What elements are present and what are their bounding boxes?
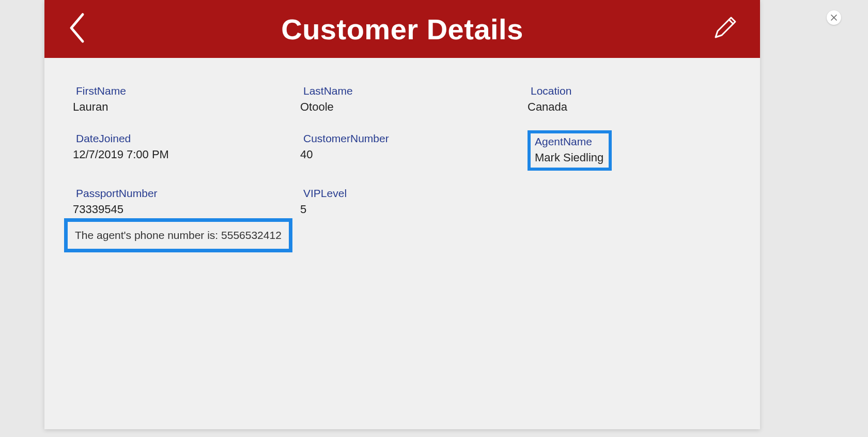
chevron-left-icon	[66, 11, 87, 44]
agent-phone-note: The agent's phone number is: 5556532412	[75, 229, 282, 242]
empty-cell	[528, 185, 755, 218]
agent-phone-note-highlight: The agent's phone number is: 5556532412	[64, 218, 292, 252]
last-name-field: LastName Otoole	[300, 83, 528, 116]
vip-level-field: VIPLevel 5	[300, 185, 528, 218]
first-name-field: FirstName Lauran	[73, 83, 300, 116]
customer-number-label: CustomerNumber	[300, 132, 528, 145]
edit-button[interactable]	[711, 14, 738, 43]
back-button[interactable]	[66, 11, 87, 47]
header: Customer Details	[44, 0, 760, 58]
svg-line-0	[729, 20, 733, 24]
vip-level-value: 5	[300, 203, 528, 216]
agent-name-value: Mark Siedling	[535, 151, 603, 164]
first-name-value: Lauran	[73, 100, 300, 114]
customer-details-card: Customer Details FirstName Lauran LastNa…	[44, 0, 760, 429]
agent-name-field: AgentName Mark Siedling	[528, 130, 755, 171]
close-icon	[831, 14, 837, 21]
page-title: Customer Details	[281, 12, 523, 46]
agent-name-highlight: AgentName Mark Siedling	[528, 130, 612, 171]
first-name-label: FirstName	[73, 85, 300, 97]
pencil-icon	[711, 14, 738, 41]
date-joined-field: DateJoined 12/7/2019 7:00 PM	[73, 130, 300, 171]
date-joined-value: 12/7/2019 7:00 PM	[73, 148, 300, 161]
location-value: Canada	[528, 100, 755, 114]
location-label: Location	[528, 85, 755, 97]
fields-grid: FirstName Lauran LastName Otoole Locatio…	[73, 83, 732, 218]
passport-number-value: 73339545	[73, 203, 300, 216]
vip-level-label: VIPLevel	[300, 187, 528, 200]
customer-number-value: 40	[300, 148, 528, 161]
location-field: Location Canada	[528, 83, 755, 116]
last-name-value: Otoole	[300, 100, 528, 114]
passport-number-label: PassportNumber	[73, 187, 300, 200]
agent-name-label: AgentName	[535, 135, 603, 148]
date-joined-label: DateJoined	[73, 132, 300, 145]
content-area: FirstName Lauran LastName Otoole Locatio…	[44, 58, 760, 429]
last-name-label: LastName	[300, 85, 528, 97]
close-button[interactable]	[827, 10, 841, 25]
passport-number-field: PassportNumber 73339545	[73, 185, 300, 218]
customer-number-field: CustomerNumber 40	[300, 130, 528, 171]
